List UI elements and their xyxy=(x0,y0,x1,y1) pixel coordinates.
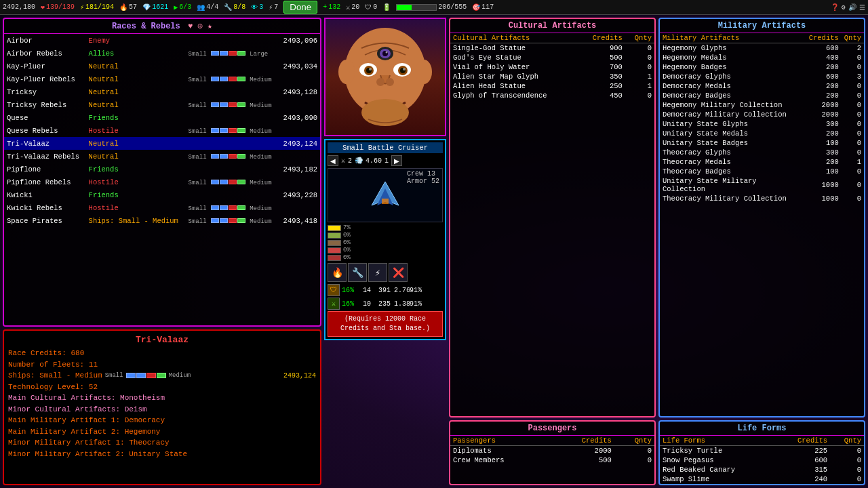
races-table: Airbor Enemy 2493,096 Airbor Rebels Alli… xyxy=(4,34,320,227)
cultural-artifacts-title: Cultural Artifacts xyxy=(450,19,654,33)
military-artifact-row[interactable]: Theocracy Military Collection 1000 0 xyxy=(660,194,864,203)
race-row[interactable]: Kwicki Friends 2493,228 xyxy=(4,188,320,201)
artifact-row[interactable]: Vial of Holy Water 700 0 xyxy=(450,62,654,72)
race-row[interactable]: Pipflone Rebels Hostile Small Medium xyxy=(4,176,320,188)
ship-action-btn-0[interactable]: 🔥 xyxy=(328,263,347,282)
race-credits: 2493,096 xyxy=(279,34,320,47)
main-content: Races & Rebels ♥ ☮ ★ Airbor Enemy 2493,0… xyxy=(0,15,868,488)
military-artifact-row[interactable]: Democracy Badges 200 0 xyxy=(660,91,864,100)
race-row[interactable]: Kwicki Rebels Hostile Small Medium xyxy=(4,201,320,214)
bar-pct: 0% xyxy=(343,239,362,246)
race-row[interactable]: Quese Friends 2493,090 xyxy=(4,111,320,124)
race-name: Tri-Valaaz Rebels xyxy=(4,150,86,163)
military-artifact-row[interactable]: Unitary State Medals 200 0 xyxy=(660,129,864,138)
artifact-row[interactable]: Single-God Statue 900 0 xyxy=(450,43,654,54)
ship-sprite xyxy=(365,178,406,212)
artifact-credits: 500 xyxy=(579,53,625,62)
mil-artifact-credits: 1000 xyxy=(806,194,842,203)
military-artifact-row[interactable]: Hegemony Military Collection 2000 0 xyxy=(660,100,864,110)
race-credits: 2493,090 xyxy=(279,111,320,124)
military-artifact-row[interactable]: Unitary State Badges 100 0 xyxy=(660,138,864,148)
race-row[interactable]: Tricksy Neutral 2493,128 xyxy=(4,85,320,98)
artifact-row[interactable]: Alien Head Statue 250 1 xyxy=(450,81,654,91)
lifeform-row[interactable]: Swamp Slime 240 0 xyxy=(660,474,864,484)
artifact-row[interactable]: Alien Star Map Glyph 350 1 xyxy=(450,72,654,81)
military-artifact-row[interactable]: Theocracy Badges 100 0 xyxy=(660,167,864,176)
mil-artifact-name: Hegemony Badges xyxy=(660,62,806,72)
color-bar-row: 0% xyxy=(328,254,443,261)
race-status: Hostile xyxy=(86,201,186,214)
race-row[interactable]: Tri-Valaaz Rebels Neutral Small Medium xyxy=(4,150,320,163)
race-row[interactable]: Tricksy Rebels Neutral Small Medium xyxy=(4,98,320,111)
race-name: Quese xyxy=(4,111,86,124)
svg-point-17 xyxy=(361,99,409,126)
passenger-row[interactable]: Diplomats 2000 0 xyxy=(450,446,654,456)
lifeform-row[interactable]: Red Beaked Canary 315 0 xyxy=(660,465,864,474)
military-artifact-row[interactable]: Democracy Medals 200 0 xyxy=(660,81,864,91)
lifeform-row[interactable]: Tricksy Turtle 225 0 xyxy=(660,446,864,456)
military-artifact-row[interactable]: Unitary State Military Collection 1000 0 xyxy=(660,176,864,194)
lifeforms-table: Life Forms Credits Qnty Tricksy Turtle 2… xyxy=(660,436,864,484)
military-artifact-row[interactable]: Theocracy Glyphs 300 0 xyxy=(660,148,864,157)
mil-artifact-qty: 0 xyxy=(842,62,864,72)
ship-action-btn-1[interactable]: 🔧 xyxy=(348,263,367,282)
race-name: Kay-Pluer Rebels xyxy=(4,73,86,85)
military-artifact-row[interactable]: Hegemony Badges 200 0 xyxy=(660,62,864,72)
last-resource: 🎯 117 xyxy=(472,3,494,12)
race-row[interactable]: Kay-Pluer Neutral 2493,034 xyxy=(4,60,320,73)
sound-icon[interactable]: 🔊 xyxy=(848,3,856,12)
ship-action-btn-2[interactable]: ⚡ xyxy=(368,263,387,282)
passengers-table: Passengers Credits Qnty Diplomats 2000 0… xyxy=(450,436,654,465)
done-button[interactable]: Done xyxy=(283,1,317,14)
artifact-row[interactable]: God's Eye Statue 500 0 xyxy=(450,53,654,62)
ship-action-row[interactable]: 🔥🔧⚡❌ xyxy=(328,263,443,282)
slot1-icon: 🛡 xyxy=(328,284,340,296)
passenger-row[interactable]: Crew Members 500 0 xyxy=(450,455,654,465)
alien-face-svg xyxy=(334,21,436,133)
col-header-credits: Credits xyxy=(579,33,625,43)
race-bar-cell: Small Medium xyxy=(186,150,279,163)
help-icon[interactable]: ❓ xyxy=(831,3,839,12)
artifact-row[interactable]: Glyph of Transcendence 450 0 xyxy=(450,91,654,100)
race-row[interactable]: Kay-Pluer Rebels Neutral Small Medium xyxy=(4,73,320,85)
military-artifact-row[interactable]: Hegemony Medals 400 0 xyxy=(660,53,864,62)
mil-artifact-credits: 200 xyxy=(806,157,842,167)
ship-action-btn-3[interactable]: ❌ xyxy=(389,263,408,282)
ship-prev-button[interactable]: ◀ xyxy=(328,155,338,166)
gear-icon[interactable]: ⚙ xyxy=(842,3,846,12)
menu-icon[interactable]: ☰ xyxy=(859,3,865,12)
race-bar-cell xyxy=(186,60,279,73)
mil-artifact-qty: 3 xyxy=(842,72,864,81)
mil-artifact-name: Theocracy Military Collection xyxy=(660,194,806,203)
race-name: Tricksy xyxy=(4,85,86,98)
color-bars: 7% 0% 0% 0% 0% xyxy=(328,224,443,261)
race-row[interactable]: Tri-Valaaz Neutral 2493,124 xyxy=(4,137,320,150)
race-row[interactable]: Space Pirates Ships: Small - Medium Smal… xyxy=(4,214,320,227)
lf-col-credits: Credits xyxy=(777,436,830,446)
ship-next-button[interactable]: ▶ xyxy=(391,155,402,166)
alien-portrait xyxy=(324,18,446,136)
ship-view: Crew 13 Armor 52 xyxy=(328,168,443,222)
left-panel: Races & Rebels ♥ ☮ ★ Airbor Enemy 2493,0… xyxy=(3,18,321,485)
race-bar-cell: Small Medium xyxy=(186,124,279,137)
military-artifact-row[interactable]: Unitary State Glyphs 300 0 xyxy=(660,119,864,129)
race-bar-cell: Small Medium xyxy=(186,201,279,214)
race-row[interactable]: Airbor Enemy 2493,096 xyxy=(4,34,320,47)
race-row[interactable]: Airbor Rebels Allies Small Large xyxy=(4,47,320,60)
military-artifact-row[interactable]: Theocracy Medals 200 1 xyxy=(660,157,864,167)
military-artifact-row[interactable]: Democracy Glyphs 600 3 xyxy=(660,72,864,81)
num-fleets-line: Number of Fleets: 11 xyxy=(8,359,316,371)
tool-resource: 🔧 8/8 xyxy=(224,3,245,12)
race-row[interactable]: Pipflone Friends 2493,182 xyxy=(4,163,320,176)
svg-point-15 xyxy=(338,60,355,84)
military-artifact-row[interactable]: Hegemony Glyphs 600 2 xyxy=(660,43,864,54)
race-row[interactable]: Quese Rebels Hostile Small Medium xyxy=(4,124,320,137)
artifact-credits: 250 xyxy=(579,81,625,91)
military-artifact-row[interactable]: Democracy Military Collection 2000 0 xyxy=(660,110,864,119)
right-top: Cultural Artifacts Cultural Artifacts Cr… xyxy=(449,18,865,418)
energy-resource: ⚡ 181/194 xyxy=(80,3,114,12)
svg-point-12 xyxy=(403,68,406,70)
lifeform-row[interactable]: Snow Pegasus 600 0 xyxy=(660,455,864,465)
info-panel: Tri-Valaaz Race Credits: 680 Number of F… xyxy=(3,329,321,485)
race-status: Hostile xyxy=(86,124,186,137)
